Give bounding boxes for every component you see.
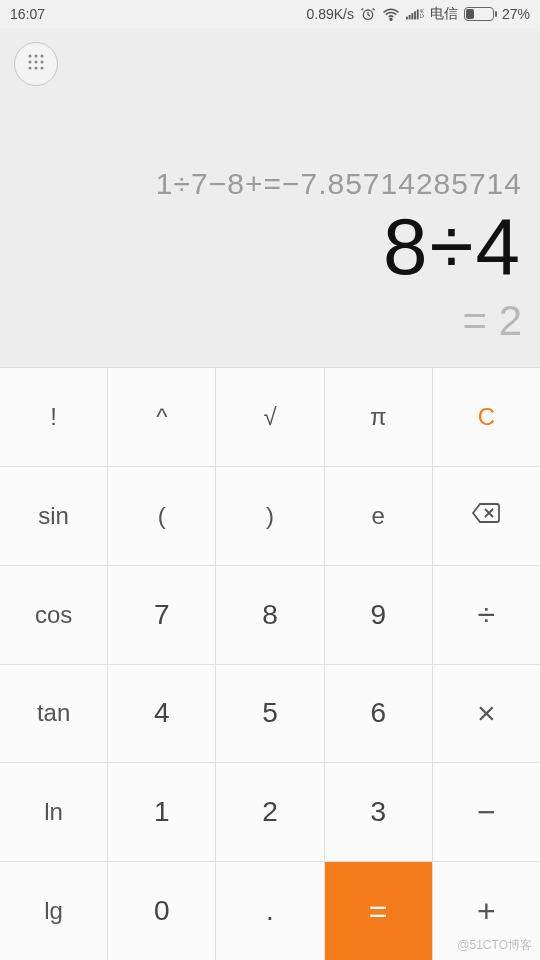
signal-icon: 4G1X: [406, 7, 424, 21]
svg-rect-5: [414, 11, 416, 19]
svg-point-1: [390, 18, 392, 20]
svg-point-12: [29, 61, 32, 64]
battery-icon: [464, 7, 496, 21]
decimal-button[interactable]: .: [216, 862, 323, 960]
svg-point-15: [29, 67, 32, 70]
digit-7-button[interactable]: 7: [108, 566, 215, 664]
svg-point-10: [35, 55, 38, 58]
equals-button[interactable]: =: [325, 862, 432, 960]
svg-rect-4: [411, 13, 413, 19]
keypad-mode-button[interactable]: [14, 42, 58, 86]
digit-6-button[interactable]: 6: [325, 665, 432, 763]
svg-rect-2: [406, 17, 408, 20]
svg-point-16: [35, 67, 38, 70]
status-battery-pct: 27%: [502, 6, 530, 22]
status-carrier: 电信: [430, 5, 458, 23]
watermark: @51CTO博客: [457, 937, 532, 954]
alarm-icon: [360, 6, 376, 22]
rparen-button[interactable]: ): [216, 467, 323, 565]
display-area: 1÷7−8+=−7.85714285714 8÷4 = 2: [0, 28, 540, 368]
svg-point-14: [41, 61, 44, 64]
keypad: ! ^ √ π C sin ( ) e cos 7 8 9 ÷ tan 4 5 …: [0, 368, 540, 960]
svg-point-13: [35, 61, 38, 64]
multiply-button[interactable]: ×: [433, 665, 540, 763]
backspace-icon: [471, 502, 501, 530]
lparen-button[interactable]: (: [108, 467, 215, 565]
lg-button[interactable]: lg: [0, 862, 107, 960]
svg-text:4G: 4G: [419, 9, 424, 14]
svg-rect-3: [409, 15, 411, 20]
ln-button[interactable]: ln: [0, 763, 107, 861]
power-button[interactable]: ^: [108, 368, 215, 466]
digit-9-button[interactable]: 9: [325, 566, 432, 664]
svg-point-9: [29, 55, 32, 58]
tan-button[interactable]: tan: [0, 665, 107, 763]
status-time: 16:07: [10, 6, 45, 22]
subtract-button[interactable]: −: [433, 763, 540, 861]
digit-5-button[interactable]: 5: [216, 665, 323, 763]
sqrt-button[interactable]: √: [216, 368, 323, 466]
svg-rect-6: [417, 10, 419, 20]
history-line: 1÷7−8+=−7.85714285714: [18, 167, 522, 201]
digit-0-button[interactable]: 0: [108, 862, 215, 960]
grid-icon: [27, 53, 45, 75]
digit-2-button[interactable]: 2: [216, 763, 323, 861]
expression-line: 8÷4: [18, 207, 522, 287]
digit-3-button[interactable]: 3: [325, 763, 432, 861]
wifi-icon: [382, 7, 400, 21]
digit-4-button[interactable]: 4: [108, 665, 215, 763]
digit-8-button[interactable]: 8: [216, 566, 323, 664]
sin-button[interactable]: sin: [0, 467, 107, 565]
e-button[interactable]: e: [325, 467, 432, 565]
pi-button[interactable]: π: [325, 368, 432, 466]
backspace-button[interactable]: [433, 467, 540, 565]
divide-button[interactable]: ÷: [433, 566, 540, 664]
factorial-button[interactable]: !: [0, 368, 107, 466]
cos-button[interactable]: cos: [0, 566, 107, 664]
svg-point-11: [41, 55, 44, 58]
status-netspeed: 0.89K/s: [306, 6, 353, 22]
digit-1-button[interactable]: 1: [108, 763, 215, 861]
result-line: = 2: [18, 297, 522, 345]
clear-button[interactable]: C: [433, 368, 540, 466]
status-bar: 16:07 0.89K/s 4G1X 电信 27%: [0, 0, 540, 28]
svg-text:1X: 1X: [419, 15, 424, 20]
svg-point-17: [41, 67, 44, 70]
